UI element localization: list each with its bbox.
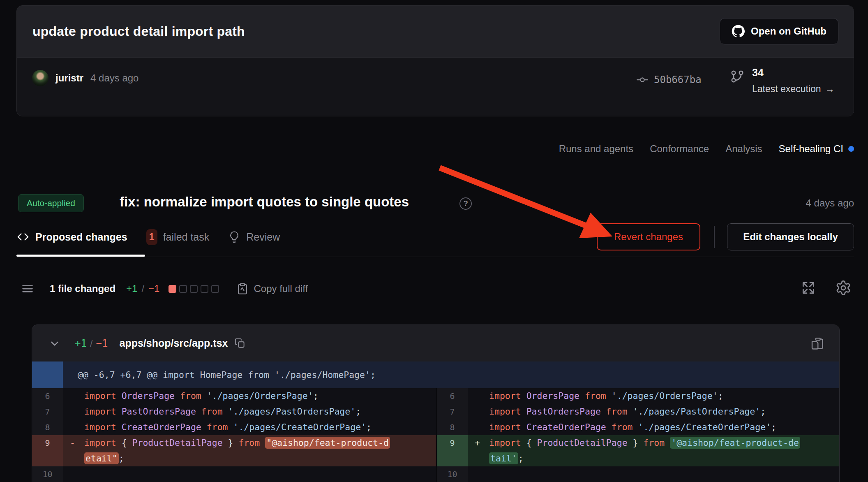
diff-row: 10 — [32, 466, 436, 482]
code-token: PastOrdersPage — [122, 406, 196, 417]
nav-tab-self-healing-ci[interactable]: Self-healing CI — [779, 143, 854, 155]
notification-dot — [848, 146, 854, 152]
code-line: import PastOrdersPage from './pages/Past… — [84, 404, 436, 419]
diff-split-view: 6import OrdersPage from './pages/OrdersP… — [32, 388, 839, 482]
tab-proposed-changes-label: Proposed changes — [35, 231, 127, 243]
code-line: tail'; — [489, 451, 839, 466]
code-token — [628, 438, 633, 448]
diff-row: 6import OrdersPage from './pages/OrdersP… — [32, 388, 436, 404]
open-on-github-button[interactable]: Open on GitHub — [720, 18, 838, 44]
code-token — [127, 438, 132, 448]
line-number: 6 — [32, 388, 63, 404]
code-token: './pages/PastOrdersPage' — [633, 406, 761, 417]
code-token — [665, 438, 670, 448]
page: update product detail import path Open o… — [0, 0, 868, 482]
code-cell: import OrdersPage from './pages/OrdersPa… — [468, 388, 839, 404]
code-line: import { ProductDetailPage } from "@aish… — [84, 435, 436, 451]
file-additions: +1 — [75, 338, 87, 349]
code-token: ; — [771, 422, 776, 432]
diff-row: 9+import { ProductDetailPage } from '@ai… — [437, 435, 839, 466]
code-token: '@aishop/feat-product-de — [670, 437, 800, 449]
code-token — [228, 422, 233, 432]
tab-proposed-changes[interactable]: Proposed changes — [16, 230, 127, 243]
code-token: tail' — [489, 452, 518, 464]
latest-execution-link[interactable]: Latest execution → — [752, 83, 835, 95]
revert-changes-button[interactable]: Revert changes — [597, 223, 700, 250]
code-token: OrdersPage — [122, 391, 175, 401]
diff-block — [201, 285, 208, 293]
code-token: ; — [366, 422, 372, 432]
code-cell: import PastOrdersPage from './pages/Past… — [63, 404, 436, 419]
code-cell: -import { ProductDetailPage } from "@ais… — [63, 435, 436, 466]
fullscreen-icon[interactable] — [801, 280, 816, 296]
code-token — [196, 406, 201, 417]
code-token: PastOrdersPage — [526, 406, 601, 417]
code-token — [116, 438, 122, 448]
code-token — [116, 422, 122, 432]
code-token: "@aishop/feat-product-d — [265, 437, 390, 449]
code-token: './pages/PastOrdersPage' — [228, 406, 356, 417]
additions-count: +1 — [126, 283, 137, 294]
author-row: juristr 4 days ago — [32, 70, 139, 86]
code-token — [579, 391, 585, 401]
auto-applied-label: Auto-applied — [27, 198, 75, 208]
avatar[interactable] — [32, 70, 48, 86]
code-line — [84, 466, 436, 482]
hunk-header-text: @@ -6,7 +6,7 @@ import HomePage from './… — [63, 362, 376, 388]
help-icon[interactable]: ? — [459, 197, 472, 210]
code-token: CreateOrderPage — [122, 422, 201, 432]
file-list-menu-icon[interactable] — [21, 282, 34, 295]
code-token: import — [489, 391, 521, 401]
code-token: from — [643, 438, 665, 448]
code-line: import CreateOrderPage from './pages/Cre… — [489, 419, 839, 435]
diff-card: +1 / −1 apps/shop/src/app.tsx @@ -6,7 +6… — [32, 324, 840, 482]
code-token: { — [122, 438, 127, 448]
copy-full-diff-button[interactable]: Copy full diff — [236, 282, 308, 295]
edit-changes-locally-button[interactable]: Edit changes locally — [727, 223, 854, 250]
tab-failed-task[interactable]: 1 failed task — [146, 229, 210, 245]
code-token: import — [84, 422, 116, 432]
code-token: ; — [119, 453, 124, 463]
code-token: import — [84, 391, 116, 401]
diff-row: 8import CreateOrderPage from './pages/Cr… — [32, 419, 436, 435]
code-token: ProductDetailPage — [132, 438, 223, 448]
code-line: import PastOrdersPage from './pages/Past… — [489, 404, 839, 419]
copy-file-diff-icon[interactable] — [810, 336, 824, 351]
code-token — [521, 422, 526, 432]
code-token: from — [612, 422, 633, 432]
code-token: import — [489, 406, 521, 417]
file-header: +1 / −1 apps/shop/src/app.tsx — [32, 325, 839, 362]
gear-icon[interactable] — [835, 280, 852, 296]
code-token: from — [207, 422, 228, 432]
code-token — [606, 422, 612, 432]
diff-row: 7import PastOrdersPage from './pages/Pas… — [437, 404, 839, 419]
code-line: import CreateOrderPage from './pages/Cre… — [84, 419, 436, 435]
clipboard-icon — [236, 282, 249, 295]
diff-row: 6import OrdersPage from './pages/OrdersP… — [437, 388, 839, 404]
file-path: apps/shop/src/app.tsx — [119, 337, 228, 349]
copy-path-icon[interactable] — [234, 338, 245, 349]
diff-block — [190, 285, 198, 293]
fix-tabs: Proposed changes 1 failed task Review — [16, 227, 280, 247]
line-number: 9 — [437, 435, 468, 466]
diff-pane-new: 6import OrdersPage from './pages/OrdersP… — [436, 388, 839, 482]
tab-review[interactable]: Review — [228, 231, 280, 243]
commit-sha-group[interactable]: 50b667ba — [636, 73, 702, 86]
code-icon — [16, 230, 30, 243]
code-token — [201, 422, 207, 432]
code-cell: +import { ProductDetailPage } from '@ais… — [468, 435, 839, 466]
code-token: './pages/OrdersPage' — [612, 391, 718, 401]
line-number: 8 — [32, 419, 63, 435]
nav-tab-runs-and-agents[interactable]: Runs and agents — [559, 143, 633, 155]
diff-block — [211, 285, 219, 293]
nav-tab-analysis[interactable]: Analysis — [725, 143, 762, 155]
diff-row: 10 — [437, 466, 839, 482]
chevron-down-icon[interactable] — [48, 337, 61, 350]
commit-card-header: update product detail import path Open o… — [17, 6, 854, 58]
diff-row: 9-import { ProductDetailPage } from "@ai… — [32, 435, 436, 466]
nav-tabs: Runs and agentsConformanceAnalysisSelf-h… — [559, 143, 854, 155]
code-line: import { ProductDetailPage } from '@aish… — [489, 435, 839, 451]
line-number: 10 — [32, 466, 63, 482]
line-number: 10 — [437, 466, 468, 482]
nav-tab-conformance[interactable]: Conformance — [650, 143, 709, 155]
